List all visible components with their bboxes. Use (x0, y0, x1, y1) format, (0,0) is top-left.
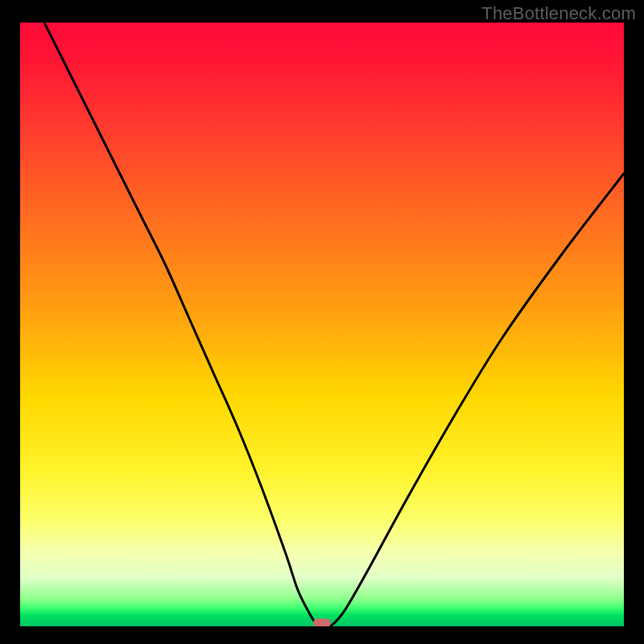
watermark-text: TheBottleneck.com (481, 3, 636, 24)
bottleneck-curve (20, 23, 624, 626)
chart-frame: TheBottleneck.com (0, 0, 644, 644)
plot-area (20, 23, 624, 626)
optimal-point-marker (313, 619, 331, 627)
